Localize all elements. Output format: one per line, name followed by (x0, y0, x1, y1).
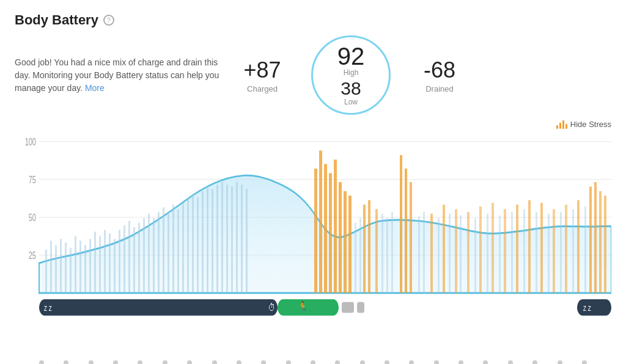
charged-stat: +87 Charged (223, 57, 302, 93)
svg-rect-43 (212, 189, 213, 293)
svg-rect-32 (158, 212, 160, 293)
svg-rect-24 (119, 230, 120, 293)
svg-rect-23 (114, 239, 116, 293)
svg-rect-44 (216, 185, 218, 293)
svg-rect-18 (89, 239, 91, 293)
svg-rect-33 (163, 208, 164, 293)
more-link[interactable]: More (85, 83, 105, 93)
timeline-dot (434, 360, 439, 364)
svg-rect-14 (70, 248, 72, 293)
timeline-dot (64, 360, 68, 364)
svg-rect-89 (438, 218, 440, 293)
svg-rect-49 (241, 185, 243, 293)
svg-rect-77 (577, 200, 580, 293)
svg-rect-31 (153, 218, 155, 293)
svg-rect-19 (94, 231, 96, 293)
svg-rect-54 (329, 173, 332, 293)
timeline-dot (39, 360, 44, 364)
charged-label: Charged (223, 84, 302, 93)
svg-rect-97 (536, 212, 537, 293)
chart-area: 100 75 50 25 (15, 133, 611, 358)
svg-rect-17 (84, 246, 86, 293)
svg-rect-73 (528, 200, 531, 293)
svg-rect-107 (342, 302, 354, 313)
timeline-dot (286, 360, 291, 364)
svg-rect-34 (168, 212, 169, 293)
timeline-dot (483, 360, 488, 364)
svg-rect-50 (246, 189, 248, 293)
svg-rect-71 (504, 209, 506, 293)
timeline-dot (558, 360, 562, 364)
svg-rect-65 (430, 214, 433, 293)
svg-text:25: 25 (29, 249, 36, 261)
svg-rect-38 (187, 197, 189, 293)
svg-rect-35 (172, 205, 174, 293)
svg-rect-78 (589, 187, 592, 293)
svg-rect-45 (221, 182, 223, 293)
svg-rect-85 (386, 218, 388, 293)
svg-rect-64 (410, 182, 412, 293)
timeline-dot (508, 360, 513, 364)
hide-stress-label: Hide Stress (570, 120, 611, 129)
svg-rect-100 (572, 209, 574, 293)
high-value: 92 (337, 44, 365, 68)
body-battery-chart: 100 75 50 25 (15, 133, 611, 358)
svg-rect-12 (60, 239, 62, 293)
svg-rect-62 (400, 155, 402, 293)
timeline-dot (409, 360, 414, 364)
svg-rect-40 (197, 197, 199, 293)
svg-rect-105 (278, 299, 339, 316)
svg-rect-11 (55, 246, 57, 293)
svg-rect-95 (511, 212, 513, 293)
svg-rect-84 (381, 214, 383, 293)
svg-rect-37 (182, 203, 184, 293)
svg-rect-91 (460, 216, 462, 293)
svg-rect-88 (423, 212, 425, 293)
drained-stat: -68 Drained (400, 57, 479, 93)
low-value: 38 (341, 79, 361, 98)
svg-rect-69 (479, 206, 482, 293)
svg-rect-25 (123, 225, 125, 293)
svg-text:z z: z z (583, 303, 591, 313)
svg-rect-28 (138, 223, 140, 293)
timeline-dot (212, 360, 217, 364)
svg-rect-63 (405, 169, 407, 293)
low-label: Low (344, 98, 358, 106)
timeline-dot (261, 360, 266, 364)
svg-text:75: 75 (29, 173, 36, 185)
svg-text:⏱: ⏱ (268, 302, 275, 313)
timeline-dot (532, 360, 537, 364)
svg-rect-59 (363, 205, 366, 293)
timeline-dot (237, 360, 241, 364)
svg-rect-56 (339, 182, 342, 293)
svg-text:z z: z z (44, 303, 52, 313)
charged-value: +87 (223, 57, 302, 83)
svg-rect-90 (449, 214, 451, 293)
timeline-dot (187, 360, 192, 364)
help-icon[interactable]: ? (103, 15, 114, 26)
svg-rect-93 (487, 214, 488, 293)
svg-rect-47 (231, 187, 233, 293)
svg-rect-72 (516, 205, 518, 293)
hide-stress-button[interactable]: Hide Stress (556, 120, 611, 129)
description-text: Good job! You had a nice mix of charge a… (15, 56, 223, 95)
svg-rect-53 (324, 164, 327, 293)
svg-rect-109 (577, 299, 611, 316)
timeline-dot (163, 360, 168, 364)
svg-rect-36 (177, 209, 179, 293)
svg-rect-82 (355, 223, 356, 293)
timeline-dot (335, 360, 340, 364)
timeline-dot (458, 360, 463, 364)
svg-rect-57 (344, 191, 347, 293)
svg-rect-98 (548, 214, 550, 293)
timeline-dot (360, 360, 365, 364)
svg-rect-41 (202, 191, 204, 293)
svg-rect-29 (143, 218, 145, 293)
svg-rect-13 (65, 242, 67, 293)
svg-rect-102 (39, 299, 278, 316)
svg-rect-39 (192, 194, 194, 293)
svg-rect-10 (50, 241, 52, 293)
svg-rect-30 (148, 214, 150, 293)
svg-text:🏃: 🏃 (298, 300, 307, 314)
svg-rect-108 (357, 302, 364, 313)
